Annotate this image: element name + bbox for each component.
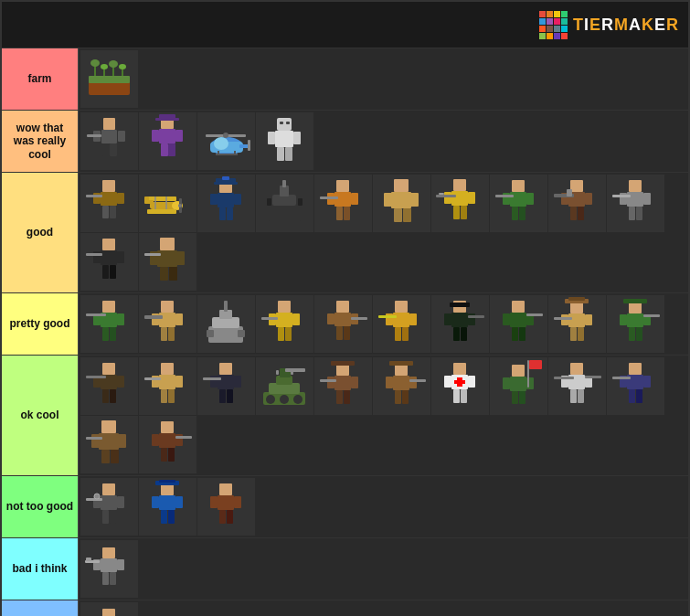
tier-item[interactable] — [548, 357, 606, 415]
svg-rect-242 — [344, 390, 350, 404]
svg-rect-16 — [110, 143, 117, 156]
svg-rect-187 — [519, 327, 525, 341]
tier-item[interactable] — [139, 112, 196, 170]
svg-rect-238 — [334, 376, 351, 390]
svg-rect-173 — [378, 315, 397, 318]
tier-item[interactable] — [197, 357, 255, 415]
svg-rect-171 — [395, 327, 401, 341]
tier-item[interactable] — [314, 357, 372, 415]
tier-item[interactable] — [256, 112, 313, 170]
svg-rect-156 — [292, 313, 300, 325]
tier-item[interactable] — [80, 112, 138, 170]
svg-rect-111 — [567, 189, 572, 196]
svg-rect-93 — [453, 206, 460, 219]
tier-item[interactable] — [80, 602, 138, 616]
tier-row-wow: wow that was really cool — [2, 110, 688, 172]
svg-rect-74 — [298, 198, 303, 206]
svg-rect-123 — [102, 265, 109, 279]
tier-item[interactable] — [80, 233, 138, 291]
svg-rect-19 — [152, 130, 159, 142]
svg-rect-249 — [395, 390, 401, 404]
tier-item[interactable] — [80, 416, 138, 473]
svg-rect-124 — [110, 265, 116, 279]
tier-item[interactable] — [80, 295, 138, 353]
svg-rect-85 — [384, 193, 392, 207]
tier-item[interactable] — [197, 478, 255, 536]
svg-rect-0 — [89, 81, 130, 95]
tier-item[interactable] — [607, 357, 664, 415]
svg-point-234 — [280, 395, 289, 404]
tier-item[interactable] — [314, 295, 372, 353]
svg-rect-302 — [102, 510, 109, 524]
svg-rect-260 — [454, 380, 465, 384]
svg-rect-282 — [636, 389, 642, 403]
svg-rect-1 — [89, 76, 130, 83]
svg-rect-256 — [468, 376, 475, 388]
tier-item[interactable] — [197, 175, 255, 232]
svg-rect-84 — [391, 192, 411, 208]
tier-item[interactable] — [490, 295, 547, 353]
tier-label-not-too-good: not too good — [2, 476, 78, 537]
svg-rect-143 — [175, 313, 183, 325]
svg-rect-80 — [336, 207, 343, 220]
tier-item[interactable] — [139, 357, 196, 415]
tier-item[interactable] — [490, 357, 547, 415]
svg-rect-252 — [409, 379, 426, 382]
svg-rect-240 — [351, 377, 358, 388]
svg-point-7 — [109, 60, 118, 68]
tier-item[interactable] — [431, 175, 489, 232]
svg-rect-15 — [102, 143, 110, 156]
svg-rect-222 — [210, 376, 218, 388]
tier-label-pretty-good: pretty good — [2, 293, 78, 355]
svg-rect-281 — [629, 389, 635, 403]
tier-item[interactable] — [373, 357, 430, 415]
svg-rect-119 — [102, 239, 115, 250]
tier-item[interactable] — [139, 233, 196, 291]
tier-item[interactable] — [197, 295, 255, 353]
svg-rect-137 — [102, 327, 109, 341]
tier-item[interactable] — [80, 478, 138, 536]
svg-rect-288 — [101, 450, 110, 463]
tier-item[interactable] — [197, 112, 255, 170]
svg-rect-219 — [144, 377, 161, 380]
tier-item[interactable] — [80, 50, 138, 108]
svg-rect-102 — [519, 207, 525, 220]
tier-item[interactable] — [373, 295, 430, 353]
tier-item[interactable] — [139, 295, 196, 353]
svg-rect-255 — [444, 376, 451, 388]
tier-item[interactable] — [256, 357, 313, 415]
tier-item[interactable] — [373, 175, 430, 232]
svg-rect-133 — [102, 301, 115, 313]
svg-rect-131 — [169, 267, 177, 281]
svg-rect-213 — [161, 363, 174, 375]
tier-item[interactable] — [607, 295, 664, 353]
svg-rect-243 — [331, 361, 355, 366]
tier-item[interactable] — [607, 175, 664, 232]
svg-rect-140 — [161, 301, 174, 313]
tier-item[interactable] — [256, 295, 313, 353]
tier-label-wow: wow that was really cool — [2, 111, 78, 172]
svg-rect-324 — [102, 572, 109, 585]
svg-point-9 — [119, 64, 126, 69]
svg-rect-65 — [219, 207, 226, 220]
tier-item[interactable] — [490, 175, 547, 232]
tier-item[interactable] — [80, 540, 138, 598]
tier-label-farm: farm — [2, 48, 78, 110]
tier-item[interactable] — [80, 175, 138, 232]
svg-rect-301 — [117, 496, 124, 508]
tier-item[interactable] — [548, 175, 606, 232]
tier-item[interactable] — [548, 295, 606, 353]
tier-item[interactable] — [139, 416, 196, 473]
tier-item[interactable] — [431, 357, 489, 415]
svg-rect-166 — [351, 317, 367, 320]
svg-rect-186 — [512, 327, 518, 341]
tier-item[interactable] — [139, 478, 196, 536]
logo-text: TiERMAKER — [573, 16, 679, 35]
svg-rect-41 — [285, 147, 292, 161]
tier-item[interactable] — [139, 175, 196, 232]
tier-item[interactable] — [314, 175, 372, 232]
tier-item[interactable] — [431, 295, 489, 353]
tier-item[interactable] — [80, 357, 138, 415]
tier-item[interactable] — [256, 175, 313, 232]
svg-rect-197 — [554, 317, 572, 320]
